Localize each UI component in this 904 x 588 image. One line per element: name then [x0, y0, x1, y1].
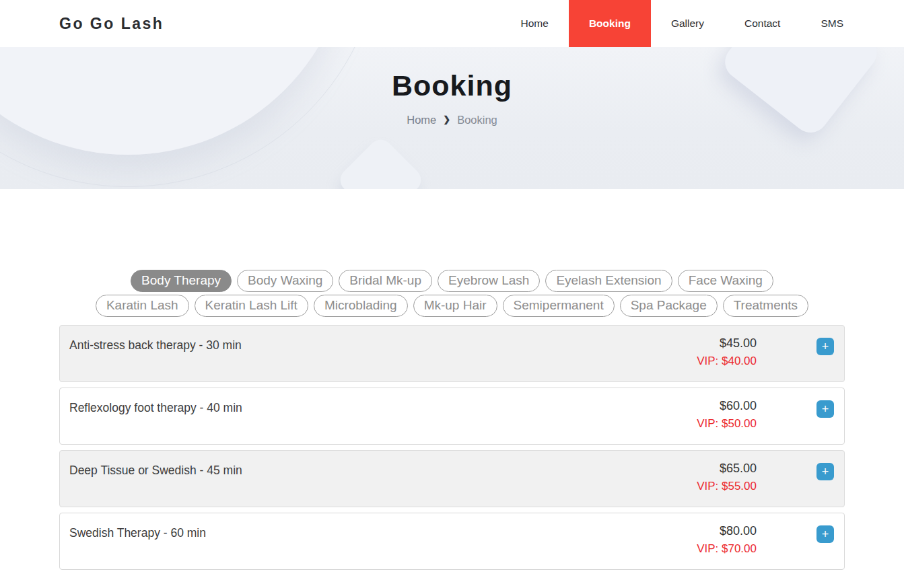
service-row: Anti-stress back therapy - 30 min$45.00V…: [59, 325, 845, 382]
filter-pill-spa-package[interactable]: Spa Package: [620, 295, 718, 317]
filter-pill-face-waxing[interactable]: Face Waxing: [678, 270, 773, 292]
filter-pill-bridal-mk-up[interactable]: Bridal Mk-up: [339, 270, 432, 292]
service-name: Anti-stress back therapy - 30 min: [69, 336, 697, 353]
service-name: Reflexology foot therapy - 40 min: [69, 399, 697, 415]
filter-pill-semipermanent[interactable]: Semipermanent: [503, 295, 615, 317]
breadcrumb-current: Booking: [457, 114, 497, 126]
service-row: Reflexology foot therapy - 40 min$60.00V…: [59, 388, 845, 445]
service-name: Deep Tissue or Swedish - 45 min: [69, 462, 697, 478]
price-stack: $80.00VIP: $70.00: [697, 524, 757, 556]
service-price: $65.00: [697, 462, 757, 476]
filter-pill-body-waxing[interactable]: Body Waxing: [237, 270, 333, 292]
service-list: Anti-stress back therapy - 30 min$45.00V…: [59, 325, 845, 570]
filter-pill-microblading[interactable]: Microblading: [314, 295, 408, 317]
nav-item-sms[interactable]: SMS: [800, 0, 864, 47]
page-title: Booking: [0, 47, 904, 102]
filter-pill-mk-up-hair[interactable]: Mk-up Hair: [413, 295, 497, 317]
filter-pill-body-therapy[interactable]: Body Therapy: [131, 270, 232, 292]
service-row: Swedish Therapy - 60 min$80.00VIP: $70.0…: [59, 513, 845, 570]
filter-pill-karatin-lash[interactable]: Karatin Lash: [96, 295, 189, 317]
brand-logo[interactable]: Go Go Lash: [59, 15, 164, 33]
main-nav: HomeBookingGalleryContactSMS: [501, 0, 864, 47]
filter-pill-eyebrow-lash[interactable]: Eyebrow Lash: [438, 270, 540, 292]
nav-item-contact[interactable]: Contact: [724, 0, 800, 47]
price-stack: $65.00VIP: $55.00: [697, 462, 757, 493]
nav-item-home[interactable]: Home: [501, 0, 569, 47]
breadcrumb-home-link[interactable]: Home: [407, 114, 436, 126]
breadcrumb: Home ❯ Booking: [0, 114, 904, 126]
nav-item-gallery[interactable]: Gallery: [651, 0, 724, 47]
service-row: Deep Tissue or Swedish - 45 min$65.00VIP…: [59, 450, 845, 507]
booking-content: Body TherapyBody WaxingBridal Mk-upEyebr…: [0, 270, 904, 570]
page-hero: Booking Home ❯ Booking: [0, 47, 904, 189]
service-price: $80.00: [697, 524, 757, 538]
category-filter-list: Body TherapyBody WaxingBridal Mk-upEyebr…: [82, 270, 823, 317]
add-service-button[interactable]: +: [816, 525, 834, 543]
nav-item-booking[interactable]: Booking: [569, 0, 651, 47]
service-name: Swedish Therapy - 60 min: [69, 524, 697, 540]
service-price: $60.00: [697, 399, 757, 413]
filter-pill-keratin-lash-lift[interactable]: Keratin Lash Lift: [195, 295, 308, 317]
filter-pill-eyelash-extension[interactable]: Eyelash Extension: [545, 270, 672, 292]
chevron-right-icon: ❯: [443, 114, 450, 124]
service-vip-price: VIP: $40.00: [697, 355, 757, 368]
price-stack: $60.00VIP: $50.00: [697, 399, 757, 431]
service-vip-price: VIP: $70.00: [697, 542, 757, 556]
add-service-button[interactable]: +: [816, 338, 834, 355]
add-service-button[interactable]: +: [816, 463, 834, 480]
price-stack: $45.00VIP: $40.00: [697, 336, 757, 368]
filter-pill-treatments[interactable]: Treatments: [723, 295, 808, 317]
service-price: $45.00: [697, 336, 757, 351]
decor-diamond-small-icon: [335, 135, 425, 189]
service-vip-price: VIP: $50.00: [697, 417, 757, 431]
top-navbar: Go Go Lash HomeBookingGalleryContactSMS: [0, 0, 904, 47]
add-service-button[interactable]: +: [816, 400, 834, 418]
service-vip-price: VIP: $55.00: [697, 480, 757, 493]
